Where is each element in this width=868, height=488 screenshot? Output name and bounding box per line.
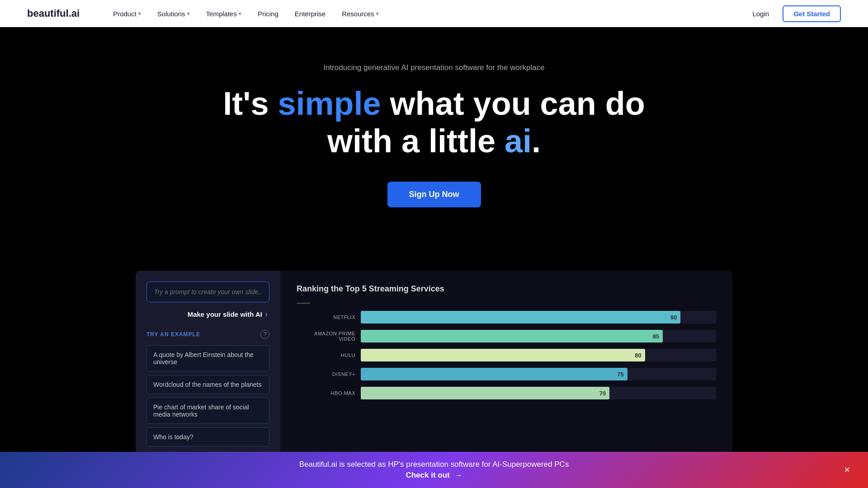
chart-panel: Ranking the Top 5 Streaming Services NET… [280, 271, 732, 461]
bar-fill: 70 [361, 387, 609, 399]
hero-highlight-ai: ai [505, 123, 532, 159]
banner-close-button[interactable]: × [844, 464, 850, 476]
bar-track: 90 [361, 311, 716, 324]
bar-track: 75 [361, 368, 716, 380]
nav-enterprise-label: Enterprise [295, 10, 326, 18]
bar-label: DISNEY+ [297, 371, 355, 377]
bottom-banner: Beautiful.ai is selected as HP's present… [0, 452, 868, 488]
chevron-down-icon: ▾ [376, 11, 379, 17]
hero-highlight-simple: simple [278, 85, 381, 122]
bar-row: NETFLIX 90 [297, 311, 716, 324]
bar-value: 80 [635, 352, 641, 358]
chevron-down-icon: ▾ [239, 11, 241, 17]
bar-track: 85 [361, 330, 716, 343]
bar-value: 70 [599, 389, 606, 396]
prompt-panel: Make your slide with AI › TRY AN EXAMPLE… [136, 271, 280, 461]
hero-subtitle: Introducing generative AI presentation s… [27, 63, 841, 72]
bar-row: AMAZON PRIME VIDEO 85 [297, 330, 716, 343]
example-item-2[interactable]: Wordcloud of the names of the planets [146, 375, 269, 394]
bar-row: DISNEY+ 75 [297, 368, 716, 380]
bar-fill: 90 [361, 311, 680, 324]
nav-solutions-label: Solutions [157, 10, 185, 18]
nav-resources-label: Resources [342, 10, 374, 18]
demo-section: Make your slide with AI › TRY AN EXAMPLE… [0, 271, 868, 461]
bar-value: 90 [670, 314, 677, 320]
chart-title-underline [297, 303, 310, 304]
nav-templates-label: Templates [206, 10, 237, 18]
bar-track: 80 [361, 349, 716, 361]
bar-fill: 80 [361, 349, 645, 361]
chevron-down-icon: ▾ [187, 11, 190, 17]
bar-chart: NETFLIX 90 AMAZON PRIME VIDEO 85 HULU 80 [297, 311, 716, 399]
make-slide-button[interactable]: Make your slide with AI › [146, 310, 269, 319]
nav-product-label: Product [113, 10, 137, 18]
bar-label: HBO MAX [297, 390, 355, 396]
help-icon[interactable]: ? [260, 330, 269, 339]
nav-item-templates[interactable]: Templates ▾ [200, 6, 248, 21]
prompt-input[interactable] [146, 282, 269, 302]
login-button[interactable]: Login [746, 6, 775, 21]
bar-label: HULU [297, 352, 355, 358]
hero-title-part3: with a little [327, 123, 505, 159]
nav-item-pricing[interactable]: Pricing [251, 6, 285, 21]
arrow-right-icon: › [265, 310, 268, 319]
hero-section: Introducing generative AI presentation s… [0, 27, 868, 262]
nav-item-solutions[interactable]: Solutions ▾ [151, 6, 196, 21]
bar-row: HBO MAX 70 [297, 387, 716, 399]
bar-label: NETFLIX [297, 314, 355, 320]
nav-right: Login Get Started [746, 5, 841, 22]
hero-title-part4: . [532, 123, 541, 159]
nav-item-product[interactable]: Product ▾ [107, 6, 147, 21]
bar-row: HULU 80 [297, 349, 716, 361]
get-started-button[interactable]: Get Started [783, 5, 841, 22]
banner-text: Beautiful.ai is selected as HP's present… [27, 460, 841, 469]
hero-title: It's simple what you can do with a littl… [27, 85, 841, 160]
example-item-3[interactable]: Pie chart of market share of social medi… [146, 398, 269, 424]
banner-link-arrow: → [455, 471, 462, 479]
signup-button[interactable]: Sign Up Now [387, 182, 481, 207]
banner-link[interactable]: Check it out → [27, 471, 841, 480]
chart-title: Ranking the Top 5 Streaming Services [297, 284, 716, 304]
bar-fill: 75 [361, 368, 627, 380]
try-example-header: TRY AN EXAMPLE ? [146, 330, 269, 339]
try-example-label: TRY AN EXAMPLE [146, 331, 200, 338]
hero-title-part2: what you can do [381, 85, 645, 122]
bar-track: 70 [361, 387, 716, 399]
navbar: beautiful.ai Product ▾ Solutions ▾ Templ… [0, 0, 868, 27]
nav-pricing-label: Pricing [258, 10, 278, 18]
chevron-down-icon: ▾ [138, 11, 141, 17]
make-slide-label: Make your slide with AI [188, 310, 262, 318]
example-item-1[interactable]: A quote by Albert Einstein about the uni… [146, 345, 269, 371]
bar-value: 75 [617, 371, 623, 377]
logo[interactable]: beautiful.ai [27, 8, 80, 19]
bar-fill: 85 [361, 330, 663, 343]
nav-links: Product ▾ Solutions ▾ Templates ▾ Pricin… [107, 6, 746, 21]
hero-title-part1: It's [223, 85, 278, 122]
example-item-4[interactable]: Who is today? [146, 427, 269, 446]
bar-value: 85 [653, 333, 659, 339]
nav-item-resources[interactable]: Resources ▾ [335, 6, 385, 21]
bar-label: AMAZON PRIME VIDEO [297, 331, 355, 342]
nav-item-enterprise[interactable]: Enterprise [288, 6, 332, 21]
